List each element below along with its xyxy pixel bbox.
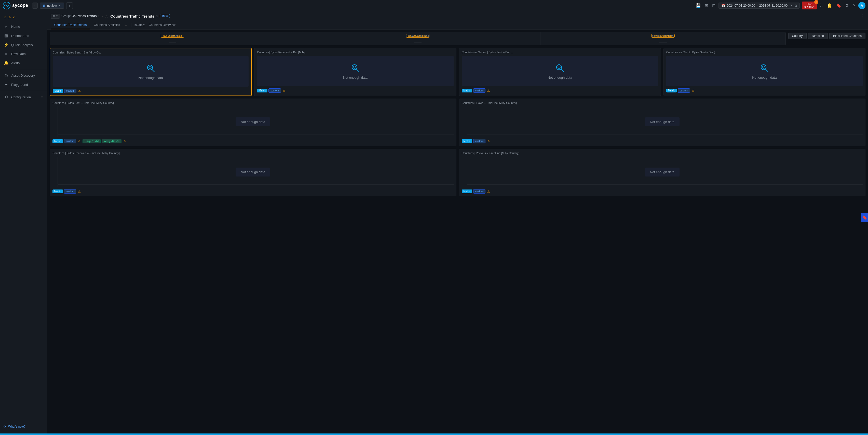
not-enough-badge-1: Not enough data xyxy=(161,34,184,38)
grid-icon: ⊞ xyxy=(53,14,55,18)
sidebar-item-alerts[interactable]: 🔔 Alerts xyxy=(0,58,47,67)
tag-warn-7: ⚠ xyxy=(77,190,82,193)
add-tab-button[interactable]: + xyxy=(66,2,73,9)
search-icon-2 xyxy=(350,63,361,73)
whats-new-icon: ⟳ xyxy=(4,425,6,428)
chart-tags-6: Metric custom ⚠ xyxy=(462,139,863,144)
group-selector[interactable]: ⊞ ▼ xyxy=(51,14,60,19)
apps-icon[interactable]: ⠿ xyxy=(819,2,824,9)
filter-direction-button[interactable]: Direction xyxy=(808,33,828,39)
sidebar-item-configuration[interactable]: ⚙ Configuration ▼ xyxy=(0,92,47,102)
breadcrumb-arrow: › xyxy=(102,14,103,18)
tag-warn-5b: ⚠ xyxy=(123,139,127,143)
sidebar-item-dashboards[interactable]: ▦ Dashboards xyxy=(0,31,47,40)
not-enough-data-7: Not enough data xyxy=(236,167,270,177)
chart-card-bytes-received-bar: Countries| Bytes Received – Bar [M by...… xyxy=(254,48,456,96)
y-axis-3 xyxy=(58,157,58,187)
tag-custom-4: custom xyxy=(678,88,690,93)
svg-line-12 xyxy=(765,69,768,71)
asset-discovery-icon: ◎ xyxy=(4,73,9,78)
sidebar-item-raw-data[interactable]: ≡ Raw Data xyxy=(0,50,47,58)
group-info-icon[interactable]: ℹ xyxy=(98,14,100,18)
dashboards-icon: ▦ xyxy=(4,33,9,38)
filter-card-bar-3 xyxy=(659,42,667,43)
search-icon-4 xyxy=(759,63,769,73)
breadcrumb-title: Countries Traffic Trends ℹ Raw xyxy=(110,14,170,18)
chart-card-bytes-sent-timeline: Countries | Bytes Sent – TimeLine [M by … xyxy=(50,99,457,146)
side-bookmark-button[interactable]: 🔖 xyxy=(861,213,868,222)
sidebar-item-quick-analysis[interactable]: ⚡ Quick Analysis xyxy=(0,40,47,50)
back-button[interactable]: ‹ xyxy=(32,3,38,9)
title-info-icon[interactable]: ℹ xyxy=(156,14,158,18)
close-icon[interactable]: ✕ xyxy=(790,4,793,7)
svg-line-3 xyxy=(152,69,154,72)
x-axis-3 xyxy=(58,184,454,185)
tag-metric-8: Metric xyxy=(462,189,472,193)
sidebar-bottom: ⟳ What's new? xyxy=(0,422,47,431)
filter-buttons: Country Direction Blacklisted Countries xyxy=(788,32,865,39)
notification-badge: 8 xyxy=(814,0,818,4)
raw-badge: Raw xyxy=(160,14,170,18)
tab-netflow[interactable]: ⊞ netflow ▼ xyxy=(40,3,64,9)
stop-button[interactable]: 8 Stop 00:00:54 xyxy=(802,2,817,9)
chart-tags-1: Metric custom ⚠ xyxy=(53,89,249,93)
sidebar-divider-2 xyxy=(0,91,47,91)
chart-title-2: Countries| Bytes Received – Bar [M by... xyxy=(257,51,453,54)
whats-new-link[interactable]: ⟳ What's new? xyxy=(4,425,43,428)
chevron-icon: ▼ xyxy=(56,15,58,17)
tag-custom-2: custom xyxy=(269,88,281,93)
not-enough-data-2: Not enough data xyxy=(343,75,368,80)
filter-card-bar-2 xyxy=(414,42,422,43)
related-label: Related: xyxy=(134,21,145,29)
filter-card-bar-1 xyxy=(168,42,176,43)
filter-blacklisted-button[interactable]: Blacklisted Countries xyxy=(829,33,865,39)
help-icon[interactable]: ? xyxy=(852,2,856,9)
tag-custom-7: custom xyxy=(64,189,76,193)
breadcrumb-group: ⊞ ▼ Group: Countries Trends ℹ xyxy=(51,14,100,19)
settings-icon[interactable]: ⚙ xyxy=(844,2,850,9)
sidebar-item-asset-discovery[interactable]: ◎ Asset Discovery xyxy=(0,71,47,80)
timeline-chart-4: Not enough data xyxy=(462,157,863,187)
tag-warn-3: ⚠ xyxy=(487,89,491,92)
home-icon: ⌂ xyxy=(4,25,9,29)
tag-wavg-5: Wavg 28d -7d xyxy=(102,139,122,144)
bell-icon[interactable]: 🔔 xyxy=(826,2,833,9)
sidebar-divider xyxy=(0,69,47,69)
alert-indicator[interactable]: ⚠ ⚠ 2 xyxy=(0,14,47,21)
tag-metric-7: Metric xyxy=(53,189,63,193)
bookmark-icon[interactable]: 🔖 xyxy=(835,2,842,9)
filter-card-countries: Countries Not enough data xyxy=(50,32,295,45)
tag-warn-5: ⚠ xyxy=(77,139,82,143)
tab-countries-overview[interactable]: Countries Overview xyxy=(145,21,179,29)
search-icon-3 xyxy=(555,63,565,73)
export-icon[interactable]: ⧉ xyxy=(795,4,797,7)
filter-icon[interactable]: ⊞ xyxy=(704,2,709,9)
add-tab-icon[interactable]: + xyxy=(124,21,129,29)
tab-countries-traffic-trends[interactable]: Countries Traffic Trends xyxy=(51,21,90,29)
tag-warn-8: ⚠ xyxy=(487,190,491,193)
raw-data-icon: ≡ xyxy=(4,52,9,56)
sidebar-item-home[interactable]: ⌂ Home xyxy=(0,22,47,31)
main-layout: ⚠ ⚠ 2 ⌂ Home ▦ Dashboards ⚡ Quick Analys… xyxy=(0,11,868,433)
timeline-chart-1: Not enough data xyxy=(53,106,454,137)
tag-metric-6: Metric xyxy=(462,139,472,143)
avatar[interactable]: A xyxy=(858,2,865,9)
chart-placeholder-1: Not enough data xyxy=(53,56,249,87)
save-icon[interactable]: 💾 xyxy=(694,2,702,9)
tag-custom-3: custom xyxy=(473,88,486,93)
view-icon[interactable]: ⊡ xyxy=(711,2,716,9)
chart-tags-7: Metric custom ⚠ xyxy=(53,189,454,193)
filter-country-button[interactable]: Country xyxy=(788,33,807,39)
datetime-range[interactable]: 📅 2024-07-01 20:00:00 › 2024-07-31 20:00… xyxy=(718,3,800,9)
tab-countries-statistics[interactable]: Countries Statistics xyxy=(90,21,124,29)
chart-title-8: Countries | Packets – TimeLine [M by Cou… xyxy=(462,152,863,155)
arrow-icon: › xyxy=(757,4,758,7)
status-bar xyxy=(0,433,868,435)
chart-tags-3: Metric custom ⚠ xyxy=(462,88,658,93)
chart-tags-8: Metric custom ⚠ xyxy=(462,189,863,193)
sidebar-item-playground[interactable]: ✦ Playground xyxy=(0,80,47,89)
tag-warn-2: ⚠ xyxy=(282,89,286,92)
more-options-button[interactable]: ⋮ xyxy=(860,13,864,19)
tag-metric-2: Metric xyxy=(257,89,268,92)
star-icon[interactable]: ☆ xyxy=(105,14,108,19)
